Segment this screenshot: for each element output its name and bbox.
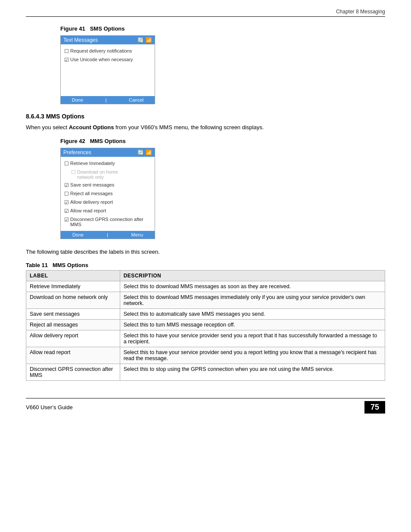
delivery-report-checkbox[interactable] [64,199,69,205]
sms-titlebar: Text Messages 🔄 📶 [61,36,155,44]
table-row: Retrieve ImmediatelySelect this to downl… [26,281,385,292]
sync-icon: 🔄 [137,37,144,43]
mms-delivery-report-item[interactable]: Allow delivery report [64,198,151,207]
unicode-checkbox[interactable] [64,57,69,63]
download-home-checkbox [71,169,76,175]
table-cell-description: Select this to have your service provide… [120,347,385,364]
mms-retrieve-item[interactable]: Retrieve Immediately [64,159,151,168]
mms-titlebar-icons: 🔄 📶 [137,149,152,156]
table-cell-description: Select this to download MMS messages as … [120,281,385,292]
signal-icon: 📶 [146,37,152,43]
mms-save-sent-item[interactable]: Save sent messages [64,181,151,190]
read-report-checkbox[interactable] [64,208,69,214]
sms-done-button[interactable]: Done [72,97,83,103]
page-footer: V660 User's Guide 75 [26,398,385,414]
page-number: 75 [364,401,385,414]
figure-42-container: Figure 42 MMS Options Preferences 🔄 📶 Re… [60,138,385,239]
table-cell-description: Select this to have your service provide… [120,330,385,347]
mms-menu-button[interactable]: Menu [131,232,143,237]
sms-divider: | [106,97,107,103]
table-cell-label: Retrieve Immediately [26,281,120,292]
save-sent-checkbox[interactable] [64,182,69,188]
table-cell-label: Download on home network only [26,292,120,309]
mms-reject-item[interactable]: Reject all messages [64,190,151,198]
table-header-row: LABEL DESCRIPTION [26,271,385,281]
figure-41-label: Figure 41 SMS Options [60,25,385,32]
table-cell-description: Select this to stop using the GPRS conne… [120,364,385,381]
col-description: DESCRIPTION [120,271,385,281]
mms-options-table: LABEL DESCRIPTION Retrieve ImmediatelySe… [26,270,385,381]
mms-gprs-item[interactable]: Disconnect GPRS connection after MMS [64,215,151,228]
mms-options-screen: Preferences 🔄 📶 Retrieve Immediately Dow… [60,148,155,239]
table-title: Table 11 MMS Options [26,262,385,268]
figure-42-label: Figure 42 MMS Options [60,138,385,144]
mms-body: Retrieve Immediately Download on homenet… [61,157,155,231]
sms-footer: Done | Cancel [61,96,155,104]
mms-titlebar: Preferences 🔄 📶 [61,148,155,157]
figure-41-container: Figure 41 SMS Options Text Messages 🔄 📶 … [60,25,385,104]
table-cell-label: Reject all messages [26,320,120,330]
footer-guide-title: V660 User's Guide [26,404,73,411]
col-label: LABEL [26,271,120,281]
section-description: When you select Account Options from you… [26,123,385,132]
sms-body: Request delivery notifications Use Unico… [61,44,155,96]
table-row: Disconnect GPRS connection after MMSSele… [26,364,385,381]
table-cell-label: Allow delivery report [26,330,120,347]
table-cell-label: Disconnect GPRS connection after MMS [26,364,120,381]
table-cell-description: Select this to automatically save MMS me… [120,309,385,320]
mms-sync-icon: 🔄 [137,149,144,156]
table-row: Allow read reportSelect this to have you… [26,347,385,364]
reject-checkbox[interactable] [64,191,69,197]
sms-cancel-button[interactable]: Cancel [129,97,143,103]
table-row: Reject all messagesSelect this to turn M… [26,320,385,330]
sms-item-unicode[interactable]: Use Unicode when necessary [64,56,151,64]
retrieve-checkbox[interactable] [64,161,69,167]
chapter-title: Chapter 8 Messaging [336,9,385,15]
sms-options-screen: Text Messages 🔄 📶 Request delivery notif… [60,35,155,104]
mms-read-report-item[interactable]: Allow read report [64,207,151,215]
sms-item-delivery[interactable]: Request delivery notifications [64,47,151,56]
table-intro: The following table describes the labels… [26,248,385,256]
table-row: Download on home network onlySelect this… [26,292,385,309]
page-header: Chapter 8 Messaging [26,9,385,17]
table-cell-label: Allow read report [26,347,120,364]
mms-footer: Done | Menu [61,231,155,239]
mms-download-home-item: Download on homenetwork only [64,168,151,181]
titlebar-icons: 🔄 📶 [137,37,152,43]
table-row: Save sent messagesSelect this to automat… [26,309,385,320]
mms-done-button[interactable]: Done [72,232,84,237]
mms-divider: | [107,232,108,237]
table-cell-description: Select this to download MMS messages imm… [120,292,385,309]
table-cell-label: Save sent messages [26,309,120,320]
delivery-checkbox[interactable] [64,48,69,54]
table-row: Allow delivery reportSelect this to have… [26,330,385,347]
table-cell-description: Select this to turn MMS message receptio… [120,320,385,330]
gprs-checkbox[interactable] [64,217,69,223]
mms-signal-icon: 📶 [146,149,152,156]
section-heading: 8.6.4.3 MMS Options [26,113,385,120]
